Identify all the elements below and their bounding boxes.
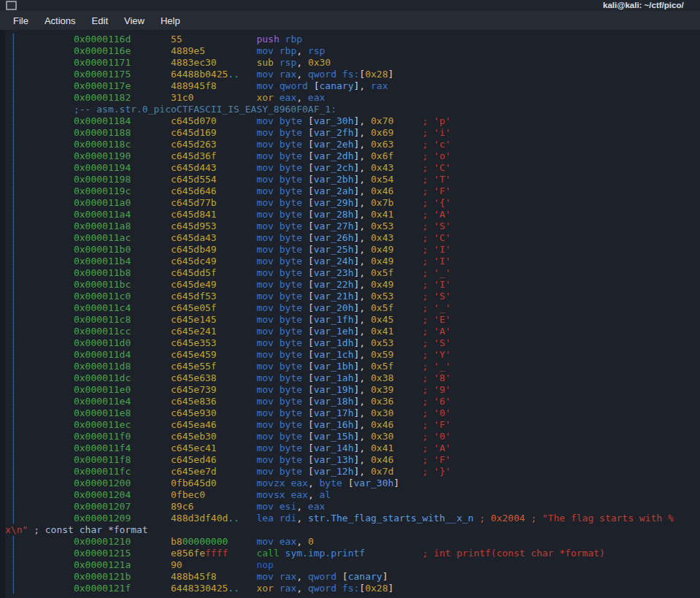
disasm-token: var_1dh	[314, 337, 354, 348]
disasm-token: 0x70	[365, 115, 393, 126]
disasm-token: │	[11, 548, 17, 559]
menu-item-file[interactable]: File	[13, 15, 28, 26]
window-title: kali@kali: ~/ctf/pico/	[603, 0, 684, 11]
disasm-token: sub	[256, 57, 273, 68]
disasm-token	[17, 548, 74, 559]
terminal-output-area[interactable]: │ 0x0000116d 55 push rbp │ 0x0000116e 48…	[0, 30, 700, 598]
disasm-token: ,	[359, 150, 365, 161]
disasm-token: c645d953	[171, 221, 217, 231]
disasm-token: 0x49	[365, 256, 393, 267]
disasm-token: 90	[171, 559, 182, 570]
disasm-token: │	[11, 442, 17, 453]
disasm-token: │	[11, 431, 17, 442]
disasm-token: ; 'I'	[422, 256, 450, 267]
disasm-token: [	[308, 150, 314, 161]
disasm-token: ..	[228, 583, 239, 594]
disasm-token	[17, 314, 74, 325]
menu-item-actions[interactable]: Actions	[45, 15, 76, 26]
disasm-token: 0x000011cc	[74, 326, 131, 337]
disasm-token: 0x53	[365, 221, 393, 231]
disasm-token: [	[342, 571, 348, 582]
disasm-token: 0x45	[365, 314, 393, 325]
disasm-token: var_1eh	[314, 326, 354, 337]
disasm-token: ; 'o'	[422, 150, 450, 161]
disasm-token	[217, 314, 257, 325]
disasm-token	[217, 431, 257, 442]
disasm-token	[5, 150, 11, 161]
disasm-token	[193, 501, 256, 512]
disasm-token: ,	[359, 209, 365, 220]
disasm-token: mov byte	[256, 466, 307, 477]
disasm-token: 0x000011c8	[74, 314, 131, 325]
disasm-token	[5, 326, 11, 337]
disasm-token	[5, 489, 11, 500]
disasm-token	[17, 69, 74, 80]
disasm-token: ]	[388, 583, 393, 594]
disasm-token	[393, 127, 422, 138]
disasm-token: ; 'S'	[422, 291, 450, 302]
disasm-token: c645ea46	[171, 419, 217, 430]
menu-item-edit[interactable]: Edit	[92, 15, 108, 26]
disasm-token	[5, 407, 11, 418]
disasm-token: [	[308, 302, 314, 313]
disasm-token	[17, 185, 74, 196]
disasm-token: │	[11, 314, 17, 325]
disasm-token	[182, 559, 257, 570]
disasm-token: ,	[359, 127, 365, 138]
disasm-line: │ 0x000011b4 c645dc49 mov byte [var_24h]…	[5, 256, 674, 267]
disasm-token	[393, 314, 422, 325]
menu-item-view[interactable]: View	[124, 15, 145, 26]
disasm-token	[393, 302, 422, 313]
disasm-line: │ 0x000011e0 c645e739 mov byte [var_19h]…	[5, 384, 674, 396]
disasm-token	[5, 162, 11, 173]
disasm-token	[5, 209, 11, 220]
disasm-token: 488d3df40d	[171, 513, 228, 524]
disasm-token	[17, 92, 74, 103]
disasm-token: │	[11, 291, 17, 302]
disasm-line: │ 0x000011f8 c645ed46 mov byte [var_13h]…	[5, 454, 674, 466]
disasm-token	[131, 209, 171, 220]
disasm-token: ,	[296, 69, 302, 80]
disasm-token: ; 'F'	[422, 419, 450, 430]
disasm-token: ; 'c'	[422, 139, 450, 150]
disasm-token: ; '}'	[422, 466, 450, 477]
disasm-token: │	[11, 361, 17, 372]
disasm-token: [	[308, 232, 314, 243]
disasm-token: var_28h	[314, 209, 354, 220]
disasm-token	[5, 221, 11, 231]
disasm-token: ,	[359, 396, 365, 407]
disasm-token: var_13h	[314, 454, 354, 465]
menubar: File Actions Edit View Help	[0, 11, 700, 30]
disasm-token: │	[11, 513, 17, 524]
disasm-token: [	[308, 466, 314, 477]
disasm-token	[217, 302, 257, 313]
disasm-token: c645df53	[171, 291, 217, 302]
disasm-token: var_23h	[314, 267, 354, 278]
disasm-token: [	[308, 139, 314, 150]
disasm-token: ; 'F'	[422, 454, 450, 465]
disasm-line: │ 0x0000119c c645d646 mov byte [var_2ah]…	[5, 185, 674, 197]
disasm-token: c645e930	[171, 407, 217, 418]
disasm-token: 0x000011b4	[74, 256, 131, 267]
disasm-token: ,	[359, 139, 365, 150]
disasm-token: x\n"	[5, 524, 28, 535]
disasm-token	[217, 372, 257, 383]
menu-item-help[interactable]: Help	[161, 15, 180, 26]
disasm-token: [	[308, 337, 314, 348]
disasm-token	[131, 279, 171, 290]
disasm-token: │	[11, 419, 17, 430]
disasm-token: │	[11, 478, 17, 488]
disasm-token: 55	[171, 34, 182, 45]
disasm-token: ,	[359, 302, 365, 313]
disasm-token	[393, 244, 422, 255]
disasm-token: ; 'Y'	[422, 349, 450, 360]
disasm-token: 31c0	[171, 92, 193, 103]
disasm-token: 0x30	[365, 407, 393, 418]
disasm-token: ; int printf(const char *format)	[422, 548, 604, 559]
disasm-token: ,	[296, 513, 302, 524]
disasm-token: 0x000011c4	[74, 302, 131, 313]
disasm-token	[217, 384, 257, 395]
disasm-line: │ 0x000011bc c645de49 mov byte [var_22h]…	[5, 279, 674, 291]
disasm-token: ,	[296, 92, 302, 103]
disasm-token: c645e05f	[171, 302, 217, 313]
